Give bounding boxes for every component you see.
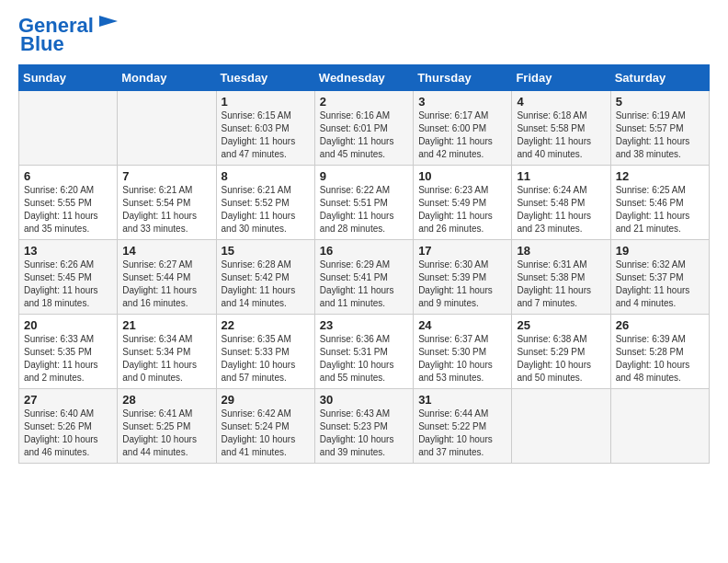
calendar-cell: 9Sunrise: 6:22 AMSunset: 5:51 PMDaylight… — [314, 166, 413, 240]
calendar-cell: 25Sunrise: 6:38 AMSunset: 5:29 PMDayligh… — [512, 315, 610, 389]
day-info: Sunrise: 6:17 AMSunset: 6:00 PMDaylight:… — [418, 109, 506, 161]
day-number: 29 — [222, 393, 310, 407]
weekday-header-saturday: Saturday — [610, 65, 709, 91]
calendar-cell: 23Sunrise: 6:36 AMSunset: 5:31 PMDayligh… — [314, 315, 413, 389]
day-info: Sunrise: 6:20 AMSunset: 5:55 PMDaylight:… — [24, 184, 112, 236]
day-number: 4 — [517, 95, 605, 109]
calendar-cell: 5Sunrise: 6:19 AMSunset: 5:57 PMDaylight… — [610, 91, 709, 166]
calendar-cell: 17Sunrise: 6:30 AMSunset: 5:39 PMDayligh… — [414, 240, 512, 315]
calendar-cell: 3Sunrise: 6:17 AMSunset: 6:00 PMDaylight… — [414, 91, 512, 166]
calendar-cell: 15Sunrise: 6:28 AMSunset: 5:42 PMDayligh… — [216, 240, 314, 315]
day-info: Sunrise: 6:31 AMSunset: 5:38 PMDaylight:… — [517, 259, 605, 310]
calendar-cell: 20Sunrise: 6:33 AMSunset: 5:35 PMDayligh… — [19, 315, 118, 389]
day-info: Sunrise: 6:38 AMSunset: 5:29 PMDaylight:… — [517, 333, 605, 385]
calendar-cell: 18Sunrise: 6:31 AMSunset: 5:38 PMDayligh… — [512, 240, 610, 315]
day-info: Sunrise: 6:21 AMSunset: 5:52 PMDaylight:… — [222, 184, 310, 236]
calendar-cell: 19Sunrise: 6:32 AMSunset: 5:37 PMDayligh… — [610, 240, 709, 315]
day-info: Sunrise: 6:25 AMSunset: 5:46 PMDaylight:… — [616, 184, 704, 236]
weekday-header-thursday: Thursday — [414, 65, 512, 91]
page: General Blue SundayMondayTuesdayWednesda… — [0, 0, 728, 563]
day-number: 3 — [418, 95, 506, 109]
day-info: Sunrise: 6:24 AMSunset: 5:48 PMDaylight:… — [517, 184, 605, 236]
day-info: Sunrise: 6:30 AMSunset: 5:39 PMDaylight:… — [418, 259, 506, 310]
calendar-cell: 21Sunrise: 6:34 AMSunset: 5:34 PMDayligh… — [118, 315, 216, 389]
day-number: 13 — [24, 244, 112, 258]
day-number: 15 — [222, 244, 310, 258]
calendar-cell: 26Sunrise: 6:39 AMSunset: 5:28 PMDayligh… — [610, 315, 709, 389]
calendar-row-2: 13Sunrise: 6:26 AMSunset: 5:45 PMDayligh… — [19, 240, 710, 315]
day-info: Sunrise: 6:21 AMSunset: 5:54 PMDaylight:… — [122, 184, 210, 236]
calendar-header: SundayMondayTuesdayWednesdayThursdayFrid… — [19, 65, 710, 91]
weekday-header-friday: Friday — [512, 65, 610, 91]
day-number: 11 — [517, 169, 605, 183]
weekday-header-tuesday: Tuesday — [216, 65, 314, 91]
day-info: Sunrise: 6:37 AMSunset: 5:30 PMDaylight:… — [418, 333, 506, 385]
day-info: Sunrise: 6:44 AMSunset: 5:22 PMDaylight:… — [418, 408, 506, 459]
logo-flag-icon — [96, 14, 121, 32]
calendar-cell: 7Sunrise: 6:21 AMSunset: 5:54 PMDaylight… — [118, 166, 216, 240]
calendar-cell: 31Sunrise: 6:44 AMSunset: 5:22 PMDayligh… — [414, 389, 512, 464]
calendar-cell: 28Sunrise: 6:41 AMSunset: 5:25 PMDayligh… — [118, 389, 216, 464]
day-number: 17 — [418, 244, 506, 258]
day-info: Sunrise: 6:26 AMSunset: 5:45 PMDaylight:… — [24, 259, 112, 310]
day-info: Sunrise: 6:16 AMSunset: 6:01 PMDaylight:… — [320, 109, 408, 161]
day-number: 6 — [24, 169, 112, 183]
day-number: 25 — [517, 318, 605, 332]
logo-blue: Blue — [20, 32, 64, 55]
day-number: 18 — [517, 244, 605, 258]
logo: General Blue — [18, 15, 121, 55]
calendar-table: SundayMondayTuesdayWednesdayThursdayFrid… — [18, 64, 710, 464]
calendar-cell — [19, 91, 118, 166]
calendar-cell: 14Sunrise: 6:27 AMSunset: 5:44 PMDayligh… — [118, 240, 216, 315]
day-number: 30 — [320, 393, 408, 407]
day-number: 10 — [418, 169, 506, 183]
day-number: 2 — [320, 95, 408, 109]
calendar-cell: 12Sunrise: 6:25 AMSunset: 5:46 PMDayligh… — [610, 166, 709, 240]
day-number: 22 — [222, 318, 310, 332]
weekday-header-monday: Monday — [118, 65, 216, 91]
day-number: 28 — [122, 393, 210, 407]
calendar-cell: 4Sunrise: 6:18 AMSunset: 5:58 PMDaylight… — [512, 91, 610, 166]
day-number: 23 — [320, 318, 408, 332]
day-info: Sunrise: 6:32 AMSunset: 5:37 PMDaylight:… — [616, 259, 704, 310]
weekday-header-wednesday: Wednesday — [314, 65, 413, 91]
calendar-cell — [118, 91, 216, 166]
day-info: Sunrise: 6:33 AMSunset: 5:35 PMDaylight:… — [24, 333, 112, 385]
day-number: 27 — [24, 393, 112, 407]
calendar-cell: 11Sunrise: 6:24 AMSunset: 5:48 PMDayligh… — [512, 166, 610, 240]
calendar-row-3: 20Sunrise: 6:33 AMSunset: 5:35 PMDayligh… — [19, 315, 710, 389]
day-info: Sunrise: 6:28 AMSunset: 5:42 PMDaylight:… — [222, 259, 310, 310]
day-number: 1 — [222, 95, 310, 109]
day-number: 9 — [320, 169, 408, 183]
calendar-row-1: 6Sunrise: 6:20 AMSunset: 5:55 PMDaylight… — [19, 166, 710, 240]
day-number: 7 — [122, 169, 210, 183]
calendar-cell: 30Sunrise: 6:43 AMSunset: 5:23 PMDayligh… — [314, 389, 413, 464]
calendar-cell: 13Sunrise: 6:26 AMSunset: 5:45 PMDayligh… — [19, 240, 118, 315]
day-number: 21 — [122, 318, 210, 332]
weekday-header-sunday: Sunday — [19, 65, 118, 91]
calendar-cell: 24Sunrise: 6:37 AMSunset: 5:30 PMDayligh… — [414, 315, 512, 389]
day-info: Sunrise: 6:36 AMSunset: 5:31 PMDaylight:… — [320, 333, 408, 385]
calendar-cell: 27Sunrise: 6:40 AMSunset: 5:26 PMDayligh… — [19, 389, 118, 464]
day-number: 8 — [222, 169, 310, 183]
day-info: Sunrise: 6:35 AMSunset: 5:33 PMDaylight:… — [222, 333, 310, 385]
day-info: Sunrise: 6:43 AMSunset: 5:23 PMDaylight:… — [320, 408, 408, 459]
header: General Blue — [18, 15, 710, 55]
day-number: 20 — [24, 318, 112, 332]
day-info: Sunrise: 6:18 AMSunset: 5:58 PMDaylight:… — [517, 109, 605, 161]
calendar-cell: 16Sunrise: 6:29 AMSunset: 5:41 PMDayligh… — [314, 240, 413, 315]
day-number: 12 — [616, 169, 704, 183]
logo-blue-text: Blue — [20, 32, 64, 55]
day-info: Sunrise: 6:29 AMSunset: 5:41 PMDaylight:… — [320, 259, 408, 310]
calendar-cell: 8Sunrise: 6:21 AMSunset: 5:52 PMDaylight… — [216, 166, 314, 240]
day-number: 5 — [616, 95, 704, 109]
day-info: Sunrise: 6:23 AMSunset: 5:49 PMDaylight:… — [418, 184, 506, 236]
day-number: 16 — [320, 244, 408, 258]
day-info: Sunrise: 6:22 AMSunset: 5:51 PMDaylight:… — [320, 184, 408, 236]
calendar-cell: 10Sunrise: 6:23 AMSunset: 5:49 PMDayligh… — [414, 166, 512, 240]
day-info: Sunrise: 6:40 AMSunset: 5:26 PMDaylight:… — [24, 408, 112, 459]
day-info: Sunrise: 6:39 AMSunset: 5:28 PMDaylight:… — [616, 333, 704, 385]
day-number: 14 — [122, 244, 210, 258]
calendar-row-4: 27Sunrise: 6:40 AMSunset: 5:26 PMDayligh… — [19, 389, 710, 464]
day-info: Sunrise: 6:27 AMSunset: 5:44 PMDaylight:… — [122, 259, 210, 310]
